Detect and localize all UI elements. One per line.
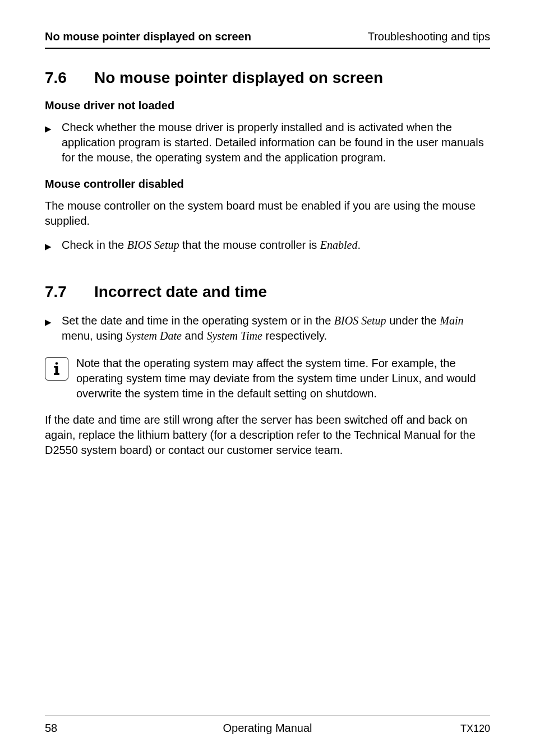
section-number: 7.6 <box>45 69 94 87</box>
section-7-7-heading: 7.7 Incorrect date and time <box>45 283 490 301</box>
info-glyph-icon <box>53 361 61 376</box>
header-left: No mouse pointer displayed on screen <box>45 30 251 43</box>
page: No mouse pointer displayed on screen Tro… <box>0 0 535 756</box>
text-fragment: that the mouse controller is <box>179 239 320 251</box>
svg-rect-2 <box>54 366 56 368</box>
paragraph: If the date and time are still wrong aft… <box>45 412 490 458</box>
paragraph: The mouse controller on the system board… <box>45 198 490 229</box>
italic-text: System Time <box>206 330 262 342</box>
info-note: Note that the operating system may affec… <box>45 356 490 401</box>
italic-text: System Date <box>126 330 182 342</box>
text-fragment: respectively. <box>262 330 327 342</box>
bullet-marker-icon: ▶ <box>45 313 62 344</box>
text-fragment: . <box>357 239 361 251</box>
svg-rect-3 <box>54 373 59 375</box>
page-header: No mouse pointer displayed on screen Tro… <box>45 30 490 49</box>
footer-model: TX120 <box>460 723 490 735</box>
footer-page-number: 58 <box>45 722 57 735</box>
text-fragment: under the <box>386 314 440 327</box>
bullet-marker-icon: ▶ <box>45 238 62 254</box>
bullet-text: Check in the BIOS Setup that the mouse c… <box>62 238 361 254</box>
header-right: Troubleshooting and tips <box>368 30 490 43</box>
footer-center: Operating Manual <box>45 722 490 735</box>
text-fragment: and <box>182 330 206 342</box>
section-number: 7.7 <box>45 283 94 301</box>
italic-text: Main <box>440 314 463 327</box>
bullet-text: Set the date and time in the operating s… <box>62 313 490 344</box>
italic-text: BIOS Setup <box>334 314 386 327</box>
text-fragment: Check in the <box>62 239 127 251</box>
bullet-item: ▶ Check in the BIOS Setup that the mouse… <box>45 238 490 254</box>
section-7-6-heading: 7.6 No mouse pointer displayed on screen <box>45 69 490 87</box>
italic-text: BIOS Setup <box>127 239 179 251</box>
italic-text: Enabled <box>320 239 358 251</box>
section-title: No mouse pointer displayed on screen <box>94 69 383 87</box>
subheading-mouse-driver: Mouse driver not loaded <box>45 99 490 112</box>
subheading-mouse-controller: Mouse controller disabled <box>45 178 490 191</box>
info-icon <box>45 356 73 401</box>
bullet-marker-icon: ▶ <box>45 120 62 165</box>
svg-point-0 <box>56 362 58 365</box>
bullet-item: ▶ Check whether the mouse driver is prop… <box>45 120 490 165</box>
page-footer: Operating Manual 58 TX120 <box>45 716 490 735</box>
bullet-text: Check whether the mouse driver is proper… <box>62 120 490 165</box>
text-fragment: Set the date and time in the operating s… <box>62 314 334 327</box>
info-icon-box <box>45 357 68 381</box>
info-text: Note that the operating system may affec… <box>73 356 490 401</box>
bullet-item: ▶ Set the date and time in the operating… <box>45 313 490 344</box>
text-fragment: menu, using <box>62 330 126 342</box>
section-title: Incorrect date and time <box>94 283 267 301</box>
